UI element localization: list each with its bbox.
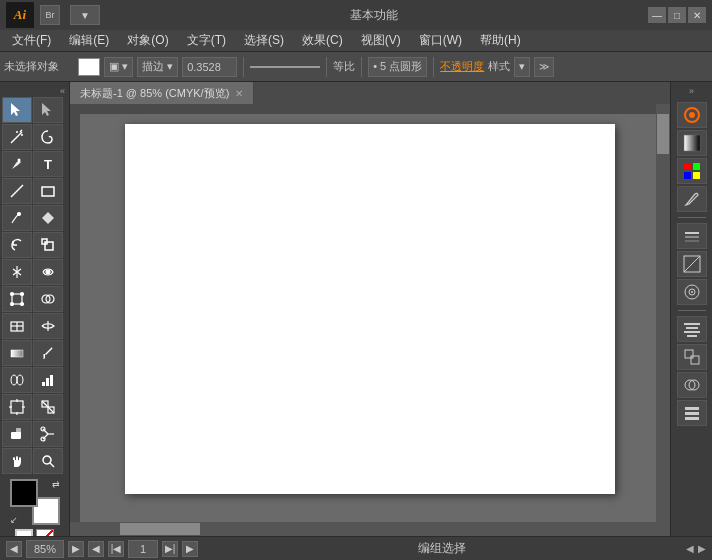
no-stroke-box[interactable] xyxy=(36,529,54,536)
svg-rect-31 xyxy=(42,382,45,386)
free-transform-tool[interactable] xyxy=(2,286,32,312)
stroke-width-input[interactable]: 0.3528 xyxy=(182,57,237,77)
layers-panel-button[interactable] xyxy=(677,400,707,426)
bridge-button[interactable]: Br xyxy=(40,5,60,25)
tool-row-8 xyxy=(2,286,67,312)
next-page-button[interactable]: ▶ xyxy=(182,541,198,557)
close-button[interactable]: ✕ xyxy=(688,7,706,23)
menu-item-帮助h[interactable]: 帮助(H) xyxy=(472,30,529,51)
menu-item-选择s[interactable]: 选择(S) xyxy=(236,30,292,51)
slice-tool[interactable] xyxy=(33,394,63,420)
v-scroll-thumb[interactable] xyxy=(657,114,669,154)
swatches-panel-button[interactable] xyxy=(677,158,707,184)
pencil-tool[interactable] xyxy=(2,205,32,231)
lasso-tool[interactable] xyxy=(33,124,63,150)
svg-rect-70 xyxy=(685,350,693,358)
reset-colors-button[interactable]: ↙ xyxy=(10,515,18,525)
extra-options-button[interactable]: ≫ xyxy=(534,57,554,77)
mesh-tool[interactable] xyxy=(33,313,63,339)
brushes-panel-button[interactable] xyxy=(677,186,707,212)
svg-rect-53 xyxy=(684,135,700,151)
status-next-button[interactable]: ▶ xyxy=(698,543,706,554)
foreground-color-swatch[interactable] xyxy=(10,479,38,507)
direct-select-tool[interactable] xyxy=(33,97,63,123)
shape-builder-tool[interactable] xyxy=(33,286,63,312)
first-page-button[interactable]: |◀ xyxy=(108,541,124,557)
svg-point-7 xyxy=(18,159,21,162)
live-paint-tool[interactable] xyxy=(33,205,63,231)
svg-rect-33 xyxy=(50,375,53,386)
title-bar: Ai Br ▼ 基本功能 — □ ✕ xyxy=(0,0,712,30)
svg-point-19 xyxy=(21,303,24,306)
zoom-down-button[interactable]: ◀ xyxy=(6,541,22,557)
stroke-color-box[interactable] xyxy=(15,529,33,536)
perspective-tool[interactable] xyxy=(2,313,32,339)
separator4 xyxy=(433,57,434,77)
pen-tool[interactable] xyxy=(2,151,32,177)
gradient-tool[interactable] xyxy=(2,340,32,366)
text-tool[interactable]: T xyxy=(33,151,63,177)
zoom-up-button[interactable]: ▶ xyxy=(68,541,84,557)
gradient-panel-button[interactable] xyxy=(677,130,707,156)
zoom-input[interactable] xyxy=(26,540,64,558)
right-panel-collapse[interactable]: » xyxy=(689,86,694,96)
swap-colors-button[interactable]: ⇄ xyxy=(52,479,60,489)
scissors-tool[interactable] xyxy=(33,421,63,447)
document-tab[interactable]: 未标题-1 @ 85% (CMYK/预览) ✕ xyxy=(70,82,254,104)
chart-tool[interactable] xyxy=(33,367,63,393)
rotate-tool[interactable] xyxy=(2,232,32,258)
status-prev-button[interactable]: ◀ xyxy=(686,543,694,554)
pathfinder-panel-button[interactable] xyxy=(677,372,707,398)
menu-item-效果c[interactable]: 效果(C) xyxy=(294,30,351,51)
stroke-dropdown[interactable]: ▣ ▾ xyxy=(104,57,133,77)
svg-line-45 xyxy=(43,434,48,439)
select-tool[interactable] xyxy=(2,97,32,123)
magic-wand-tool[interactable] xyxy=(2,124,32,150)
vertical-scrollbar[interactable] xyxy=(656,104,670,522)
color-panel-button[interactable] xyxy=(677,102,707,128)
tool-mode-dropdown[interactable]: 描边 ▾ xyxy=(137,57,178,77)
style-dropdown[interactable]: ▾ xyxy=(514,57,530,77)
tab-label: 未标题-1 @ 85% (CMYK/预览) xyxy=(80,86,229,101)
transform-panel-button[interactable] xyxy=(677,344,707,370)
transparency-panel-button[interactable] xyxy=(677,251,707,277)
scale-tool[interactable] xyxy=(33,232,63,258)
opacity-label[interactable]: 不透明度 xyxy=(440,59,484,74)
canvas-scroll-area[interactable] xyxy=(70,104,670,536)
menu-item-编辑e[interactable]: 编辑(E) xyxy=(61,30,117,51)
prev-page-button[interactable]: ◀ xyxy=(88,541,104,557)
warp-tool[interactable] xyxy=(33,259,63,285)
horizontal-scrollbar[interactable] xyxy=(70,522,656,536)
last-page-button[interactable]: ▶| xyxy=(162,541,178,557)
zoom-tool[interactable] xyxy=(33,448,63,474)
stroke-panel-button[interactable] xyxy=(677,223,707,249)
svg-marker-0 xyxy=(11,103,20,116)
hand-tool[interactable] xyxy=(2,448,32,474)
h-scroll-thumb[interactable] xyxy=(120,523,200,535)
rect-tool[interactable] xyxy=(33,178,63,204)
toolbox-collapse[interactable]: « xyxy=(2,86,67,96)
tab-close-button[interactable]: ✕ xyxy=(235,88,243,99)
artboard-canvas[interactable] xyxy=(125,124,615,494)
page-input[interactable] xyxy=(128,540,158,558)
svg-point-29 xyxy=(17,375,23,385)
point-size-dropdown[interactable]: • 5 点圆形 xyxy=(368,57,427,77)
artboard-tool[interactable] xyxy=(2,394,32,420)
workspace-button[interactable]: ▼ xyxy=(70,5,100,25)
menu-item-对象o[interactable]: 对象(O) xyxy=(119,30,176,51)
maximize-button[interactable]: □ xyxy=(668,7,686,23)
eyedropper-tool[interactable] xyxy=(33,340,63,366)
menu-item-窗口w[interactable]: 窗口(W) xyxy=(411,30,470,51)
line-tool[interactable] xyxy=(2,178,32,204)
menu-item-视图v[interactable]: 视图(V) xyxy=(353,30,409,51)
blend-tool[interactable] xyxy=(2,367,32,393)
minimize-button[interactable]: — xyxy=(648,7,666,23)
menu-item-文字t[interactable]: 文字(T) xyxy=(179,30,234,51)
eraser-tool[interactable] xyxy=(2,421,32,447)
menu-item-文件f[interactable]: 文件(F) xyxy=(4,30,59,51)
width-tool[interactable] xyxy=(2,259,32,285)
align-panel-button[interactable] xyxy=(677,316,707,342)
separator3 xyxy=(361,57,362,77)
fx-panel-button[interactable] xyxy=(677,279,707,305)
fill-color-box[interactable] xyxy=(78,58,100,76)
